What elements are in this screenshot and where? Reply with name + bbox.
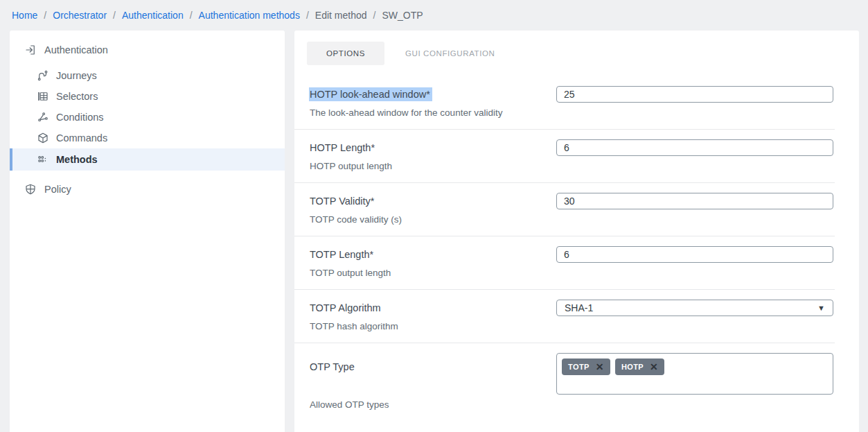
sidebar-item-selectors[interactable]: Selectors <box>10 86 285 107</box>
hotp-look-ahead-window-input[interactable] <box>556 86 833 103</box>
sidebar-item-commands[interactable]: Commands <box>10 128 285 148</box>
options-form: HOTP look-ahead window*The look-ahead wi… <box>294 76 835 432</box>
tab-options[interactable]: OPTIONS <box>307 42 384 65</box>
breadcrumb-separator: / <box>190 10 193 21</box>
field-label-column: TOTP AlgorithmTOTP hash algorithm <box>310 300 556 343</box>
main-layout: Authentication JourneysSelectorsConditio… <box>0 31 868 432</box>
field-label-column: TOTP Length*TOTP output length <box>310 246 556 289</box>
conditions-icon <box>37 111 49 123</box>
field-row-hotp-length: HOTP Length*HOTP output length <box>294 130 835 183</box>
selectors-icon <box>37 90 49 103</box>
sidebar-item-conditions[interactable]: Conditions <box>10 107 285 128</box>
tag-label: HOTP <box>621 363 644 371</box>
sidebar-item-label: Conditions <box>56 112 104 123</box>
hotp-look-ahead-window-label: HOTP look-ahead window* <box>310 87 556 101</box>
hotp-length-label: HOTP Length* <box>310 141 556 155</box>
selected-text-highlight: HOTP look-ahead window* <box>309 87 432 101</box>
field-control-column: TOTP✕HOTP✕ <box>556 353 833 432</box>
policy-icon <box>24 183 37 196</box>
field-row-totp-length: TOTP Length*TOTP output length <box>294 236 835 290</box>
hotp-length-input[interactable] <box>556 139 833 156</box>
journeys-icon <box>37 69 49 82</box>
sidebar-item-label: Methods <box>56 154 98 165</box>
field-row-totp-algorithm: TOTP AlgorithmTOTP hash algorithmSHA-1▼ <box>294 290 835 343</box>
field-control-column <box>556 139 833 182</box>
totp-length-input[interactable] <box>556 246 833 263</box>
sidebar-item-journeys[interactable]: Journeys <box>10 65 285 86</box>
breadcrumb-separator: / <box>44 10 46 21</box>
breadcrumb: Home/Orchestrator/Authentication/Authent… <box>0 0 868 31</box>
sidebar-policy-label: Policy <box>44 184 71 195</box>
field-control-column: SHA-1▼ <box>556 300 833 343</box>
sidebar-section-authentication[interactable]: Authentication <box>10 37 285 62</box>
commands-icon <box>37 132 49 144</box>
field-label-text: TOTP Algorithm <box>310 302 381 313</box>
sidebar-item-methods[interactable]: Methods <box>10 148 285 171</box>
breadcrumb-link-home[interactable]: Home <box>12 10 37 21</box>
breadcrumb-link-authentication-methods[interactable]: Authentication methods <box>199 10 300 21</box>
field-label-text: TOTP Validity* <box>310 196 374 207</box>
sidebar-item-label: Selectors <box>56 91 98 102</box>
sidebar: Authentication JourneysSelectorsConditio… <box>10 31 285 432</box>
breadcrumb-link-authentication[interactable]: Authentication <box>122 10 184 21</box>
totp-validity-label: TOTP Validity* <box>310 194 556 208</box>
totp-validity-description: TOTP code validity (s) <box>310 214 556 226</box>
field-row-otp-type: OTP TypeAllowed OTP typesTOTP✕HOTP✕ <box>294 343 835 432</box>
tag-label: TOTP <box>568 363 590 371</box>
field-label-column: HOTP look-ahead window*The look-ahead wi… <box>310 86 556 129</box>
remove-tag-icon[interactable]: ✕ <box>650 362 658 372</box>
breadcrumb-current-edit-method: Edit method <box>315 10 367 21</box>
login-icon <box>24 44 37 56</box>
otp-type-label: OTP Type <box>310 360 556 374</box>
remove-tag-icon[interactable]: ✕ <box>596 362 604 372</box>
field-label-column: HOTP Length*HOTP output length <box>310 139 556 182</box>
totp-validity-input[interactable] <box>556 193 833 209</box>
field-control-column <box>556 193 833 236</box>
field-control-column <box>556 86 833 129</box>
tag-hotp: HOTP✕ <box>615 358 664 375</box>
breadcrumb-link-orchestrator[interactable]: Orchestrator <box>53 10 107 21</box>
tab-bar: OPTIONSGUI CONFIGURATION <box>294 42 859 65</box>
breadcrumb-separator: / <box>113 10 116 21</box>
totp-algorithm-description: TOTP hash algorithm <box>310 320 556 333</box>
chevron-down-icon: ▼ <box>817 304 825 312</box>
tag-totp: TOTP✕ <box>562 358 610 375</box>
sidebar-section-label: Authentication <box>44 44 108 55</box>
sidebar-items: JourneysSelectorsConditionsCommandsMetho… <box>10 62 285 172</box>
field-label-text: OTP Type <box>310 361 355 372</box>
otp-type-multiselect[interactable]: TOTP✕HOTP✕ <box>556 353 833 395</box>
field-label-text: TOTP Length* <box>310 249 373 260</box>
field-label-column: TOTP Validity*TOTP code validity (s) <box>310 193 556 236</box>
field-row-totp-validity: TOTP Validity*TOTP code validity (s) <box>294 183 835 236</box>
breadcrumb-current-sw-otp: SW_OTP <box>382 10 423 21</box>
select-value: SHA-1 <box>565 302 593 313</box>
breadcrumb-separator: / <box>373 10 376 21</box>
totp-algorithm-label: TOTP Algorithm <box>310 301 556 315</box>
sidebar-item-label: Commands <box>56 132 107 144</box>
otp-type-description: Allowed OTP types <box>310 399 556 411</box>
field-label-text: HOTP Length* <box>310 142 375 153</box>
totp-length-description: TOTP output length <box>310 267 556 279</box>
totp-length-label: TOTP Length* <box>310 248 556 261</box>
totp-algorithm-select[interactable]: SHA-1▼ <box>556 300 833 316</box>
breadcrumb-separator: / <box>306 10 309 21</box>
methods-icon <box>37 153 49 166</box>
hotp-look-ahead-window-description: The look-ahead window for the counter va… <box>310 107 556 119</box>
field-label-column: OTP TypeAllowed OTP types <box>310 353 556 432</box>
sidebar-item-policy[interactable]: Policy <box>10 177 285 202</box>
tab-gui-configuration[interactable]: GUI CONFIGURATION <box>405 49 495 58</box>
field-control-column <box>556 246 833 289</box>
sidebar-item-label: Journeys <box>56 70 97 81</box>
field-row-hotp-look-ahead-window: HOTP look-ahead window*The look-ahead wi… <box>294 76 835 130</box>
content-panel: OPTIONSGUI CONFIGURATION HOTP look-ahead… <box>294 31 859 432</box>
hotp-length-description: HOTP output length <box>310 160 556 173</box>
